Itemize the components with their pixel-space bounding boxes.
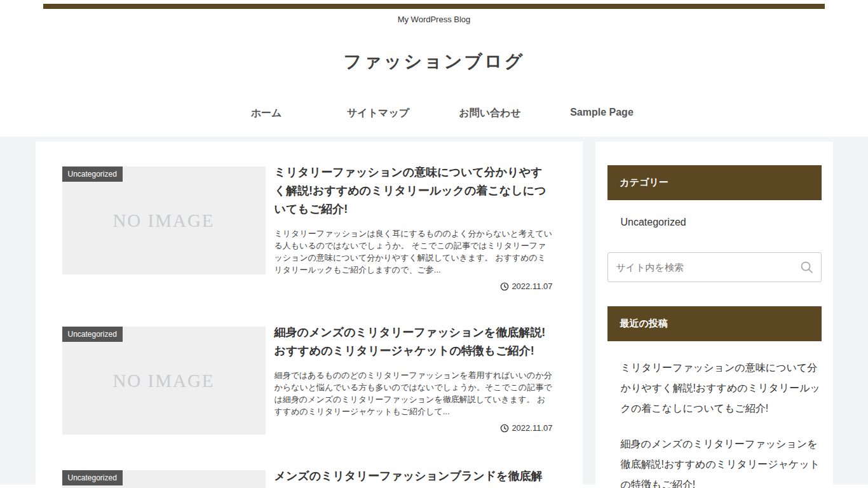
sidebar: カテゴリー Uncategorized 最近の投稿 ミリタリーファッションの意味… bbox=[595, 142, 833, 488]
article-excerpt: 細身ではあるもののどのミリタリーファッションを着用すればいいのか分からないと悩ん… bbox=[275, 369, 553, 417]
site-title[interactable]: ファッションブログ bbox=[0, 50, 868, 74]
article-card: NO IMAGE Uncategorized メンズのミリタリーファッションブラ… bbox=[62, 470, 553, 488]
article-thumbnail[interactable]: NO IMAGE Uncategorized bbox=[62, 327, 266, 435]
article-thumbnail[interactable]: NO IMAGE Uncategorized bbox=[62, 166, 266, 274]
article-body: 細身のメンズのミリタリーファッションを徹底解説!おすすめのミリタリージャケットの… bbox=[275, 323, 553, 435]
article-date: 2022.11.07 bbox=[275, 423, 553, 433]
top-accent-bar bbox=[43, 4, 825, 9]
article-title[interactable]: 細身のメンズのミリタリーファッションを徹底解説!おすすめのミリタリージャケットの… bbox=[275, 323, 553, 360]
article-body: ミリタリーファッションの意味について分かりやすく解説!おすすめのミリタリールック… bbox=[275, 163, 553, 291]
article-title[interactable]: メンズのミリタリーファッションブランドを徹底解説!おすすめのミリタリーファッショ… bbox=[275, 467, 553, 488]
site-tagline: My WordPress Blog bbox=[0, 15, 868, 24]
main-nav: ホーム サイトマップ お問い合わせ Sample Page bbox=[0, 107, 868, 137]
recent-posts-list: ミリタリーファッションの意味について分かりやすく解説!おすすめのミリタリールック… bbox=[607, 358, 822, 488]
content-area: NO IMAGE Uncategorized ミリタリーファッションの意味につい… bbox=[0, 137, 868, 485]
article-body: メンズのミリタリーファッションブランドを徹底解説!おすすめのミリタリーファッショ… bbox=[275, 467, 553, 488]
article-date: 2022.11.07 bbox=[275, 281, 553, 291]
category-badge[interactable]: Uncategorized bbox=[62, 327, 123, 342]
list-item: 細身のメンズのミリタリーファッションを徹底解説!おすすめのミリタリージャケットの… bbox=[621, 434, 822, 488]
nav-item-contact[interactable]: お問い合わせ bbox=[434, 107, 546, 120]
nav-item-home[interactable]: ホーム bbox=[210, 107, 322, 120]
clock-icon bbox=[500, 424, 509, 433]
site-header: My WordPress Blog ファッションブログ ホーム サイトマップ お… bbox=[0, 4, 868, 137]
category-widget-heading: カテゴリー bbox=[607, 165, 822, 200]
article-title[interactable]: ミリタリーファッションの意味について分かりやすく解説!おすすめのミリタリールック… bbox=[275, 163, 553, 219]
article-card: NO IMAGE Uncategorized ミリタリーファッションの意味につい… bbox=[62, 166, 553, 291]
recent-post-link[interactable]: ミリタリーファッションの意味について分かりやすく解説!おすすめのミリタリールック… bbox=[621, 358, 822, 419]
article-date-text: 2022.11.07 bbox=[512, 423, 552, 433]
article-date-text: 2022.11.07 bbox=[512, 281, 552, 291]
clock-icon bbox=[500, 282, 509, 291]
article-card: NO IMAGE Uncategorized 細身のメンズのミリタリーファッショ… bbox=[62, 327, 553, 435]
category-link-uncategorized[interactable]: Uncategorized bbox=[621, 217, 686, 227]
nav-item-sample-page[interactable]: Sample Page bbox=[546, 107, 658, 120]
main-column: NO IMAGE Uncategorized ミリタリーファッションの意味につい… bbox=[36, 142, 583, 488]
category-badge[interactable]: Uncategorized bbox=[62, 166, 123, 182]
article-excerpt: ミリタリーファッションは良く耳にするもののよく分からないと考えている人もいるので… bbox=[275, 227, 553, 276]
search-icon[interactable] bbox=[800, 261, 813, 274]
site-search bbox=[607, 252, 822, 282]
nav-item-sitemap[interactable]: サイトマップ bbox=[322, 107, 434, 120]
no-image-placeholder: NO IMAGE bbox=[62, 327, 266, 435]
list-item: ミリタリーファッションの意味について分かりやすく解説!おすすめのミリタリールック… bbox=[621, 358, 822, 419]
list-item: Uncategorized bbox=[621, 215, 822, 234]
no-image-placeholder: NO IMAGE bbox=[62, 166, 266, 274]
category-list: Uncategorized bbox=[607, 215, 822, 234]
search-input[interactable] bbox=[607, 252, 822, 282]
recent-posts-heading: 最近の投稿 bbox=[607, 306, 822, 341]
article-thumbnail[interactable]: NO IMAGE Uncategorized bbox=[62, 470, 266, 488]
category-badge[interactable]: Uncategorized bbox=[62, 470, 123, 485]
recent-post-link[interactable]: 細身のメンズのミリタリーファッションを徹底解説!おすすめのミリタリージャケットの… bbox=[621, 434, 822, 488]
